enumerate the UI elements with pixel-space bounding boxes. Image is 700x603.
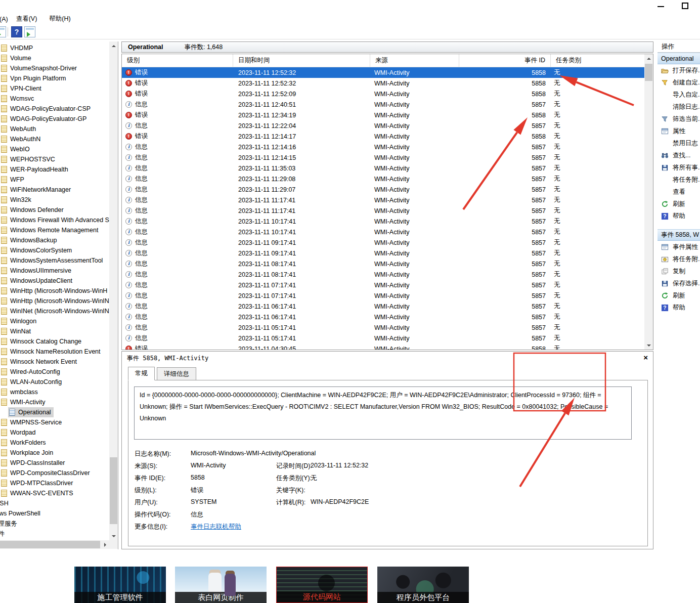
tree-item[interactable]: WiFiNetworkManager <box>1 185 71 195</box>
action-copy[interactable]: 复制 <box>658 265 700 277</box>
event-row[interactable]: i信息2023-11-11 06:17:41WMI-Activity5857无 <box>122 312 644 322</box>
event-row[interactable]: i信息2023-11-11 11:17:41WMI-Activity5857无 <box>122 195 644 205</box>
tree-item[interactable]: WinHttp (Microsoft-Windows-WinH <box>1 286 107 296</box>
tree-item[interactable]: WDAG-PolicyEvaluator-GP <box>1 114 86 124</box>
console-window-icon[interactable] <box>24 26 35 37</box>
banner-card[interactable]: 施工管理软件 <box>74 567 166 603</box>
action-disable-log[interactable]: 禁用日志 <box>658 137 700 149</box>
tree-item[interactable]: WindowsBackup <box>1 235 57 245</box>
tree-scroll-thumb[interactable] <box>110 457 117 524</box>
tree-item[interactable]: Wired-AutoConfig <box>1 367 60 377</box>
maximize-icon[interactable] <box>682 3 688 9</box>
tree-item[interactable]: WebAuth <box>1 124 36 134</box>
tree-item[interactable]: WinINet (Microsoft-Windows-WinIN <box>1 306 109 316</box>
tree-item[interactable]: Workplace Join <box>1 448 53 458</box>
event-row[interactable]: i信息2023-11-11 05:17:41WMI-Activity5857无 <box>122 333 644 343</box>
tree-item[interactable]: 管理服务 <box>0 519 17 529</box>
action-refresh[interactable]: 刷新 <box>658 289 700 302</box>
action-save-selected-events[interactable]: 保存选择... <box>658 277 700 289</box>
action-import-custom-view[interactable]: 导入自定... <box>658 89 700 101</box>
event-row[interactable]: i信息2023-11-11 11:35:03WMI-Activity5857无 <box>122 163 644 174</box>
menu-item[interactable]: 查看(V) <box>16 14 43 24</box>
tree-item[interactable]: Wordpad <box>1 427 36 438</box>
action-properties[interactable]: 属性 <box>658 125 700 137</box>
event-row[interactable]: i信息2023-11-11 12:14:16WMI-Activity5857无 <box>122 142 644 152</box>
window-partial-icon[interactable] <box>0 26 6 37</box>
tree-item[interactable]: WebAuthN <box>1 134 40 144</box>
close-icon[interactable]: × <box>643 353 648 362</box>
tab-general[interactable]: 常规 <box>128 367 155 380</box>
action-refresh[interactable]: 刷新 <box>658 198 700 210</box>
action-event-properties[interactable]: 事件属性 <box>658 241 700 253</box>
tree-item[interactable]: VolumeSnapshot-Driver <box>1 63 77 73</box>
scroll-right-icon[interactable] <box>101 540 109 549</box>
event-row[interactable]: i信息2023-11-11 11:29:07WMI-Activity5857无 <box>122 184 644 195</box>
action-attach-task[interactable]: 将任务附... <box>658 174 700 186</box>
tree-item[interactable]: Windows Defender <box>1 205 64 215</box>
tree-item[interactable]: WLAN-AutoConfig <box>1 377 62 387</box>
event-row[interactable]: i信息2023-11-11 10:17:41WMI-Activity5857无 <box>122 216 644 227</box>
tree-item[interactable]: WDAG-PolicyEvaluator-CSP <box>1 104 91 114</box>
tree-item[interactable]: WPD-ClassInstaller <box>1 458 65 468</box>
event-row[interactable]: i信息2023-11-11 09:17:41WMI-Activity5857无 <box>122 248 644 259</box>
tree-item[interactable]: WMPNSS-Service <box>1 417 62 427</box>
action-section-header[interactable]: Operational <box>658 53 700 64</box>
tree-item[interactable]: VHDMP <box>1 43 33 53</box>
event-row[interactable]: i信息2023-11-11 09:17:41WMI-Activity5857无 <box>122 237 644 248</box>
tree-item[interactable]: WEPHOSTSVC <box>1 154 55 164</box>
event-row[interactable]: !错误2023-11-11 12:52:09WMI-Activity5858无 <box>122 89 644 99</box>
event-row[interactable]: i信息2023-11-11 07:17:41WMI-Activity5857无 <box>122 290 644 301</box>
banner-card[interactable]: 表白网页制作 <box>175 567 267 603</box>
event-row[interactable]: i信息2023-11-11 11:29:08WMI-Activity5857无 <box>122 174 644 184</box>
tree-item[interactable]: Win32k <box>1 195 31 205</box>
tree-item[interactable]: dows PowerShell <box>0 508 40 519</box>
tree-item[interactable]: WER-PayloadHealth <box>1 164 68 175</box>
tree-item[interactable]: VPN-Client <box>1 83 41 94</box>
event-row[interactable]: i信息2023-11-11 08:17:41WMI-Activity5857无 <box>122 259 644 269</box>
tree-item[interactable]: Winsock Catalog Change <box>1 336 81 347</box>
event-row[interactable]: !错误2023-11-11 12:52:32WMI-Activity5858无 <box>122 67 644 78</box>
action-help[interactable]: ?帮助 <box>658 302 700 314</box>
event-row[interactable]: i信息2023-11-11 07:17:41WMI-Activity5857无 <box>122 280 644 290</box>
action-save-all-events[interactable]: 将所有事... <box>658 161 700 174</box>
event-row[interactable]: !错误2023-11-11 12:52:32WMI-Activity5858无 <box>122 78 644 89</box>
event-row[interactable]: !错误2023-11-11 12:34:19WMI-Activity5858无 <box>122 110 644 120</box>
banner-card[interactable]: 源代码网站 <box>276 567 368 603</box>
event-row[interactable]: i信息2023-11-11 12:40:51WMI-Activity5857无 <box>122 99 644 110</box>
event-message[interactable]: Id = {00000000-0000-0000-0000-0000000000… <box>134 386 632 440</box>
tree-item[interactable]: WPD-MTPClassDriver <box>1 478 73 488</box>
column-header[interactable]: 日期和时间 <box>233 54 370 67</box>
tree-item[interactable]: WorkFolders <box>1 438 46 448</box>
tree-item[interactable]: Windows Firewall With Advanced Se <box>1 215 109 225</box>
column-header[interactable]: 事件 ID <box>459 54 551 67</box>
tree-item[interactable]: Windows Remote Management <box>1 225 98 235</box>
tree-horizontal-scrollbar[interactable] <box>0 540 109 549</box>
table-scroll-thumb[interactable] <box>645 64 652 81</box>
menu-item[interactable]: (A) <box>0 15 14 24</box>
event-row[interactable]: i信息2023-11-11 10:17:41WMI-Activity5857无 <box>122 227 644 237</box>
tree-item[interactable]: 事件 <box>0 529 5 539</box>
tree-item[interactable]: Winlogon <box>1 316 36 326</box>
action-clear-log[interactable]: 清除日志... <box>658 101 700 113</box>
tree-vertical-scrollbar[interactable] <box>109 41 118 540</box>
event-row[interactable]: i信息2023-11-11 05:17:41WMI-Activity5857无 <box>122 322 644 333</box>
column-header[interactable]: 任务类别 <box>551 54 644 67</box>
action-filter-current-log[interactable]: 筛选当前... <box>658 113 700 125</box>
column-header[interactable]: 来源 <box>370 54 459 67</box>
action-view[interactable]: 查看 <box>658 186 700 198</box>
tree-item[interactable]: Winsock Network Event <box>1 357 77 367</box>
tree-item[interactable]: WMI-Activity <box>1 397 45 407</box>
action-create-custom-view[interactable]: 创建自定... <box>658 76 700 89</box>
menu-item[interactable]: 帮助(H) <box>49 14 76 24</box>
help-link[interactable]: 事件日志联机帮助 <box>191 523 241 531</box>
tree-item-selected[interactable]: Operational <box>8 407 54 417</box>
help-icon[interactable]: ? <box>11 26 22 37</box>
tree-item[interactable]: Vpn Plugin Platform <box>1 73 66 83</box>
tree-item[interactable]: WPD-CompositeClassDriver <box>1 468 90 478</box>
event-row[interactable]: i信息2023-11-11 12:22:04WMI-Activity5857无 <box>122 120 644 131</box>
tree-item[interactable]: WinHttp (Microsoft-Windows-WinIN <box>1 296 109 306</box>
tree-item[interactable]: Winsock NameResolution Event <box>1 347 101 357</box>
minimize-icon[interactable] <box>658 6 664 7</box>
tree-item[interactable]: WindowsUIImmersive <box>1 266 71 276</box>
action-find[interactable]: 查找... <box>658 149 700 161</box>
